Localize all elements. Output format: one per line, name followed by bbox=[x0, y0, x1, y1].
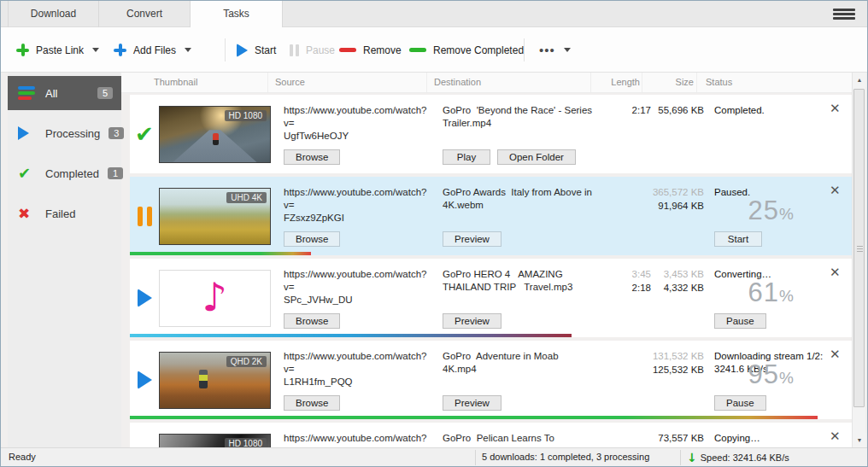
video-thumbnail: QHD 2K bbox=[159, 352, 271, 409]
pause-icon bbox=[290, 44, 299, 56]
add-files-button[interactable]: Add Files bbox=[114, 27, 191, 73]
tab-bar: Download Convert Tasks bbox=[1, 1, 867, 27]
progress-bar bbox=[130, 252, 311, 255]
header-status[interactable]: Status bbox=[697, 73, 853, 92]
chevron-down-icon[interactable] bbox=[185, 48, 191, 52]
status-text: Copying… bbox=[714, 432, 828, 445]
preview-button[interactable]: Preview bbox=[443, 231, 501, 247]
row-close-cell: ✕ bbox=[828, 95, 853, 173]
destination-buttons: Preview bbox=[443, 395, 595, 411]
remove-completed-button[interactable]: Remove Completed bbox=[409, 27, 524, 73]
paste-link-button[interactable]: Paste Link bbox=[16, 27, 99, 73]
row-state-icon bbox=[138, 207, 152, 226]
play-icon bbox=[237, 44, 248, 57]
scroll-down-icon[interactable]: ▼ bbox=[853, 433, 866, 447]
speed-indicator: ↓ Speed: 3241.64 KB/s bbox=[687, 448, 789, 467]
play-button[interactable]: Play bbox=[443, 149, 490, 165]
row-close-cell: ✕ bbox=[828, 423, 853, 447]
vertical-scrollbar[interactable]: ▲ ▼ bbox=[852, 73, 865, 447]
row-state-icon bbox=[138, 371, 152, 389]
scrollbar-thumb[interactable] bbox=[853, 89, 865, 407]
remove-icon bbox=[339, 48, 356, 52]
header-size[interactable]: Size bbox=[642, 73, 697, 92]
browse-button[interactable]: Browse bbox=[284, 149, 340, 165]
table-row[interactable]: UHD 4K https://www.youtube.com/watch?v=F… bbox=[130, 177, 853, 255]
header-source[interactable]: Source bbox=[268, 73, 427, 92]
sidebar-item-label: Failed bbox=[45, 207, 75, 220]
row-destination-cell: GoPro Adventure in Moab 4K.mp4 Preview bbox=[436, 341, 600, 419]
browse-button[interactable]: Browse bbox=[284, 313, 340, 329]
row-thumbnail-cell: HD 1080 bbox=[159, 95, 277, 173]
sidebar-item-all[interactable]: All 5 bbox=[8, 76, 121, 110]
menu-icon[interactable] bbox=[833, 9, 855, 20]
source-url: https://www.youtube.com/watch?v=FZsxz9Zp… bbox=[284, 186, 431, 225]
close-icon[interactable]: ✕ bbox=[830, 265, 841, 280]
check-icon: ✔ bbox=[18, 166, 37, 181]
row-action-button[interactable]: Start bbox=[714, 231, 762, 247]
table-row[interactable]: HD 1080 https://www.youtube.com/watch?v=… bbox=[130, 423, 853, 447]
close-icon[interactable]: ✕ bbox=[830, 347, 841, 362]
row-action-button[interactable]: Pause bbox=[714, 313, 766, 329]
close-icon[interactable]: ✕ bbox=[830, 183, 841, 198]
sidebar-item-processing[interactable]: Processing 3 bbox=[8, 116, 121, 150]
chevron-down-icon bbox=[564, 48, 571, 52]
table-row[interactable]: QHD 2K https://www.youtube.com/watch?v=L… bbox=[130, 341, 853, 419]
more-button[interactable]: ••• bbox=[539, 27, 571, 73]
preview-button[interactable]: Preview bbox=[443, 395, 501, 411]
browse-button[interactable]: Browse bbox=[284, 395, 340, 411]
tab-tasks[interactable]: Tasks bbox=[191, 1, 283, 28]
browse-button[interactable]: Browse bbox=[284, 231, 340, 247]
progress-percent: 95% bbox=[748, 359, 794, 390]
sidebar-item-failed[interactable]: ✖ Failed bbox=[8, 196, 121, 231]
quality-badge: UHD 4K bbox=[226, 192, 267, 203]
table-row[interactable]: https://www.youtube.com/watch?v=SPc_JVHw… bbox=[130, 259, 853, 337]
downloads-summary-text: 5 downloads: 1 completed, 3 processing bbox=[482, 448, 649, 467]
pause-label: Pause bbox=[306, 44, 335, 56]
row-status-cell: Converting… 61% Pause bbox=[706, 259, 828, 337]
close-icon[interactable]: ✕ bbox=[830, 101, 841, 116]
statusbar-divider bbox=[680, 450, 681, 465]
sidebar-item-completed[interactable]: ✔ Completed 1 bbox=[8, 156, 121, 190]
tab-download[interactable]: Download bbox=[8, 1, 99, 27]
progress-percent: 25% bbox=[748, 196, 794, 226]
sidebar: All 5 Processing 3 ✔ Completed 1 ✖ Faile… bbox=[8, 73, 121, 447]
tab-convert[interactable]: Convert bbox=[99, 1, 191, 27]
remove-button[interactable]: Remove bbox=[339, 27, 402, 73]
chevron-down-icon[interactable] bbox=[92, 48, 99, 52]
preview-button[interactable]: Preview bbox=[443, 313, 501, 329]
row-state-cell bbox=[130, 95, 159, 173]
scroll-up-icon[interactable]: ▲ bbox=[853, 73, 866, 87]
play-icon bbox=[18, 126, 37, 140]
count-badge: 3 bbox=[108, 127, 124, 139]
start-button[interactable]: Start bbox=[237, 27, 276, 73]
speed-text: Speed: 3241.64 KB/s bbox=[701, 449, 789, 467]
more-dots-icon: ••• bbox=[539, 46, 555, 55]
destination-file: GoPro HERO 4 AMAZING THAILAND TRIP Trave… bbox=[443, 268, 595, 294]
row-state-cell bbox=[130, 259, 159, 337]
quality-badge: QHD 2K bbox=[226, 356, 267, 367]
sidebar-item-label: All bbox=[45, 87, 57, 100]
row-source-cell: https://www.youtube.com/watch?v=UgfTw6He… bbox=[277, 95, 436, 173]
close-icon[interactable]: ✕ bbox=[830, 429, 841, 444]
plus-icon bbox=[16, 44, 29, 56]
source-url: https://www.youtube.com/watch?v=zvI0amOW… bbox=[284, 432, 431, 447]
header-thumbnail[interactable]: Thumbnail bbox=[150, 73, 268, 92]
header-spacer bbox=[121, 73, 150, 92]
destination-file: GoPro Awards Italy from Above in 4K.webm bbox=[443, 186, 595, 212]
progress-percent: 61% bbox=[748, 277, 794, 308]
row-action-button[interactable]: Pause bbox=[714, 395, 766, 411]
statusbar-divider bbox=[475, 450, 476, 465]
header-length[interactable]: Length bbox=[591, 73, 642, 92]
source-url: https://www.youtube.com/watch?v=L1RH1fm_… bbox=[284, 350, 431, 388]
remove-label: Remove bbox=[363, 44, 402, 56]
table-row[interactable]: HD 1080 https://www.youtube.com/watch?v=… bbox=[130, 95, 853, 173]
length-cell bbox=[600, 341, 651, 419]
row-status-cell: Copying… % bbox=[706, 423, 828, 447]
quality-badge: HD 1080 bbox=[225, 110, 267, 121]
header-destination[interactable]: Destination bbox=[427, 73, 591, 92]
count-badge: 5 bbox=[97, 87, 113, 99]
open-folder-button[interactable]: Open Folder bbox=[497, 149, 576, 165]
pause-button[interactable]: Pause bbox=[290, 27, 335, 73]
toolbar-divider bbox=[524, 38, 525, 61]
video-thumbnail bbox=[159, 270, 271, 327]
